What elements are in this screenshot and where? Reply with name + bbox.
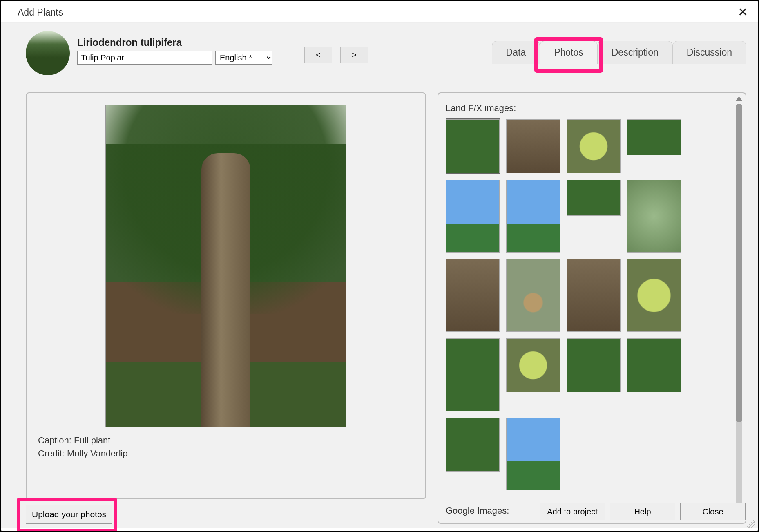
- thumbnail[interactable]: [506, 119, 560, 173]
- footer-buttons: Add to project Help Close: [540, 503, 746, 520]
- thumbnail[interactable]: [627, 259, 681, 332]
- divider: [446, 501, 730, 501]
- preview-box: Caption: Full plant Credit: Molly Vander…: [26, 92, 426, 499]
- dialog-title: Add Plants: [18, 7, 63, 18]
- thumbnail-grid: [446, 119, 730, 490]
- thumbnail[interactable]: [446, 119, 500, 173]
- gallery-section-label: Land F/X images:: [446, 103, 730, 114]
- language-select[interactable]: English *: [215, 51, 272, 65]
- thumbnail[interactable]: [627, 338, 681, 392]
- resize-grip-icon[interactable]: [747, 520, 755, 528]
- topbar: Liriodendron tulipifera English * < > Da…: [26, 31, 746, 75]
- gallery-scroll[interactable]: Land F/X images: Google Images:: [446, 101, 741, 519]
- thumbnail[interactable]: [506, 180, 560, 253]
- close-button[interactable]: Close: [680, 503, 746, 520]
- thumbnail[interactable]: [627, 119, 681, 155]
- gallery-pane: Land F/X images: Google Images:: [438, 92, 746, 524]
- tab-description[interactable]: Description: [597, 41, 673, 64]
- preview-pane: Caption: Full plant Credit: Molly Vander…: [26, 92, 426, 524]
- thumbnail[interactable]: [567, 338, 621, 392]
- tab-data[interactable]: Data: [492, 41, 540, 64]
- prev-button[interactable]: <: [304, 47, 332, 63]
- dialog-window: Add Plants ✕ Liriodendron tulipifera Eng…: [0, 0, 759, 532]
- scroll-up-icon[interactable]: [735, 96, 743, 101]
- thumbnail[interactable]: [506, 259, 560, 332]
- next-button[interactable]: >: [340, 47, 368, 63]
- thumbnail[interactable]: [446, 418, 500, 472]
- thumbnail[interactable]: [506, 338, 560, 392]
- thumbnail[interactable]: [567, 119, 621, 173]
- thumbnail[interactable]: [446, 338, 500, 411]
- plant-avatar: [26, 31, 70, 75]
- tab-discussion[interactable]: Discussion: [672, 41, 746, 64]
- dialog-content: Liriodendron tulipifera English * < > Da…: [1, 23, 758, 528]
- plant-identity: Liriodendron tulipifera English *: [77, 37, 272, 65]
- scrollbar[interactable]: [734, 96, 744, 520]
- add-to-project-button[interactable]: Add to project: [540, 503, 605, 520]
- titlebar: Add Plants ✕: [1, 1, 758, 23]
- thumbnail[interactable]: [446, 259, 500, 332]
- thumbnail[interactable]: [446, 180, 500, 253]
- tabs: Data Photos Description Discussion: [492, 41, 746, 64]
- thumbnail[interactable]: [627, 180, 681, 253]
- thumbnail[interactable]: [567, 180, 621, 216]
- preview-image: [105, 105, 346, 427]
- preview-meta: Caption: Full plant Credit: Molly Vander…: [38, 434, 414, 460]
- thumbnail[interactable]: [506, 418, 560, 490]
- upload-photos-button[interactable]: Upload your photos: [26, 505, 112, 524]
- tab-photos[interactable]: Photos: [540, 41, 598, 64]
- help-button[interactable]: Help: [610, 503, 675, 520]
- common-name-input[interactable]: [77, 51, 212, 65]
- scientific-name: Liriodendron tulipifera: [77, 37, 272, 48]
- panes: Caption: Full plant Credit: Molly Vander…: [26, 92, 746, 524]
- thumbnail[interactable]: [567, 259, 621, 332]
- close-icon[interactable]: ✕: [738, 6, 748, 18]
- scroll-handle[interactable]: [736, 104, 742, 422]
